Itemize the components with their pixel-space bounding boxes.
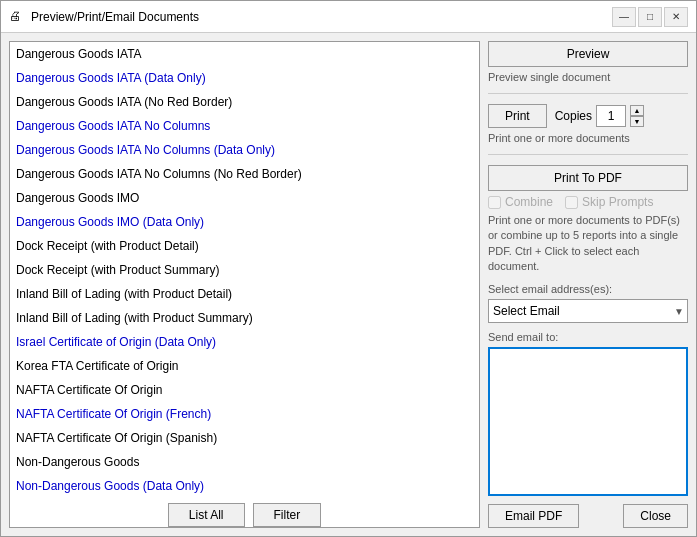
spinner-arrows: ▲ ▼ <box>630 105 644 127</box>
divider-2 <box>488 154 688 155</box>
minimize-button[interactable]: — <box>612 7 636 27</box>
copies-spinner: Copies ▲ ▼ <box>555 105 644 127</box>
list-item[interactable]: Dangerous Goods IATA No Columns (Data On… <box>10 138 479 162</box>
document-list[interactable]: Dangerous Goods IATADangerous Goods IATA… <box>10 42 479 497</box>
close-button[interactable]: ✕ <box>664 7 688 27</box>
list-item[interactable]: NAFTA Certificate Of Origin <box>10 378 479 402</box>
list-item[interactable]: Dangerous Goods IATA (Data Only) <box>10 66 479 90</box>
list-item[interactable]: Israel Certificate of Origin (Data Only) <box>10 330 479 354</box>
list-bottom-buttons: List All Filter <box>10 497 479 527</box>
list-item[interactable]: Dangerous Goods IATA No Columns (No Red … <box>10 162 479 186</box>
maximize-button[interactable]: □ <box>638 7 662 27</box>
list-all-button[interactable]: List All <box>168 503 245 527</box>
send-email-textarea[interactable] <box>488 347 688 496</box>
preview-section: Preview Preview single document <box>488 41 688 83</box>
skip-prompts-checkbox-label[interactable]: Skip Prompts <box>565 195 653 209</box>
list-item[interactable]: Dangerous Goods IATA (No Red Border) <box>10 90 479 114</box>
copies-input[interactable] <box>596 105 626 127</box>
list-item[interactable]: Korea FTA Certificate of Origin <box>10 354 479 378</box>
send-email-label: Send email to: <box>488 331 688 343</box>
skip-prompts-label: Skip Prompts <box>582 195 653 209</box>
list-item[interactable]: Non-Dangerous Goods (Data Only) <box>10 474 479 497</box>
select-email-section: Select email address(es): Select Email ▼ <box>488 283 688 323</box>
list-item[interactable]: Dangerous Goods IMO <box>10 186 479 210</box>
list-item[interactable]: Dock Receipt (with Product Summary) <box>10 258 479 282</box>
title-bar-controls: — □ ✕ <box>612 7 688 27</box>
send-email-section: Send email to: <box>488 331 688 496</box>
copies-down-arrow[interactable]: ▼ <box>630 116 644 127</box>
list-item[interactable]: NAFTA Certificate Of Origin (French) <box>10 402 479 426</box>
email-pdf-button[interactable]: Email PDF <box>488 504 579 528</box>
list-item[interactable]: Dangerous Goods IATA No Columns <box>10 114 479 138</box>
copies-up-arrow[interactable]: ▲ <box>630 105 644 116</box>
list-item[interactable]: Inland Bill of Lading (with Product Deta… <box>10 282 479 306</box>
list-item[interactable]: Dangerous Goods IATA <box>10 42 479 66</box>
divider-1 <box>488 93 688 94</box>
print-button[interactable]: Print <box>488 104 547 128</box>
right-panel: Preview Preview single document Print Co… <box>488 41 688 528</box>
combine-label: Combine <box>505 195 553 209</box>
list-item[interactable]: Dock Receipt (with Product Detail) <box>10 234 479 258</box>
document-list-panel: Dangerous Goods IATADangerous Goods IATA… <box>9 41 480 528</box>
combine-checkbox[interactable] <box>488 196 501 209</box>
bottom-action-row: Email PDF Close <box>488 504 688 528</box>
combine-checkbox-label[interactable]: Combine <box>488 195 553 209</box>
email-select-dropdown[interactable]: Select Email <box>488 299 688 323</box>
window-icon: 🖨 <box>9 9 25 25</box>
list-item[interactable]: Inland Bill of Lading (with Product Summ… <box>10 306 479 330</box>
window-title: Preview/Print/Email Documents <box>31 10 199 24</box>
list-item[interactable]: Dangerous Goods IMO (Data Only) <box>10 210 479 234</box>
preview-button[interactable]: Preview <box>488 41 688 67</box>
print-copies-row: Print Copies ▲ ▼ <box>488 104 688 128</box>
content-area: Dangerous Goods IATADangerous Goods IATA… <box>1 33 696 536</box>
title-bar-left: 🖨 Preview/Print/Email Documents <box>9 9 199 25</box>
skip-prompts-checkbox[interactable] <box>565 196 578 209</box>
print-section: Print Copies ▲ ▼ Print one or more docum… <box>488 104 688 144</box>
title-bar: 🖨 Preview/Print/Email Documents — □ ✕ <box>1 1 696 33</box>
email-dropdown-wrapper: Select Email ▼ <box>488 299 688 323</box>
main-window: 🖨 Preview/Print/Email Documents — □ ✕ Da… <box>0 0 697 537</box>
preview-description: Preview single document <box>488 71 688 83</box>
combine-row: Combine Skip Prompts <box>488 195 688 209</box>
pdf-description: Print one or more documents to PDF(s) or… <box>488 213 688 275</box>
close-dialog-button[interactable]: Close <box>623 504 688 528</box>
print-to-pdf-button[interactable]: Print To PDF <box>488 165 688 191</box>
pdf-section: Print To PDF Combine Skip Prompts Print … <box>488 165 688 275</box>
list-item[interactable]: NAFTA Certificate Of Origin (Spanish) <box>10 426 479 450</box>
copies-label: Copies <box>555 109 592 123</box>
print-description: Print one or more documents <box>488 132 688 144</box>
list-item[interactable]: Non-Dangerous Goods <box>10 450 479 474</box>
filter-button[interactable]: Filter <box>253 503 322 527</box>
select-email-label: Select email address(es): <box>488 283 688 295</box>
